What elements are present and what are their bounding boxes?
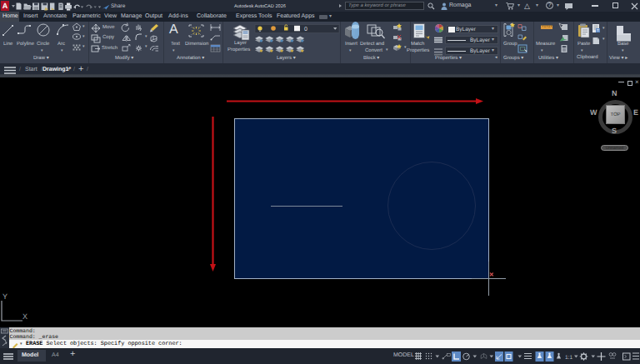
svg-text:Y: Y [2,292,8,301]
svg-text:1:1: 1:1 [565,355,572,361]
svg-text:X: X [22,312,28,321]
svg-text:0: 0 [304,27,308,32]
